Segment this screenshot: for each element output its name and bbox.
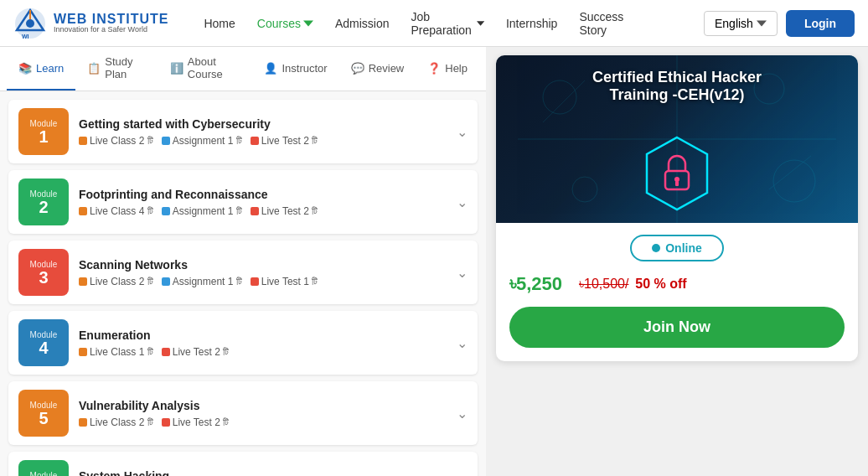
course-title-line2: Training -CEH(v12) <box>496 86 858 104</box>
online-dot <box>652 244 660 252</box>
module-card-4: Module 4 Enumeration Live Class 1 টি <box>8 311 478 375</box>
logo-title: WEB INSTITUTE <box>54 12 168 27</box>
tab-study-plan[interactable]: 📋 Study Plan <box>75 47 158 91</box>
nav-links: Home Courses Admission Job Preparation I… <box>195 5 632 42</box>
svg-marker-13 <box>647 137 707 210</box>
module-meta-3: Live Class 2 টি Assignment 1 টি Live Tes… <box>79 276 447 287</box>
module-title-4: Enumeration <box>79 329 447 342</box>
svg-line-12 <box>769 156 811 189</box>
module-info-5: Vulnerability Analysis Live Class 2 টি L… <box>79 399 447 428</box>
module-title-3: Scanning Networks <box>79 258 447 272</box>
module-title-5: Vulnerability Analysis <box>79 399 447 412</box>
learn-icon: 📚 <box>18 62 32 75</box>
module-card-3: Module 3 Scanning Networks Live Class 2 … <box>8 241 478 304</box>
module-card-6: Module 6 System Hacking Live Class 2 টি <box>8 452 478 476</box>
module-title-1: Getting started with Cybersecurity <box>79 117 447 131</box>
module-meta-1: Live Class 2 টি Assignment 1 টি Live Tes… <box>79 135 447 147</box>
module-title-2: Footprinting and Reconnaissance <box>79 188 447 201</box>
module-header-4[interactable]: Module 4 Enumeration Live Class 1 টি <box>8 311 478 375</box>
main-content: 📚 Learn 📋 Study Plan ℹ️ About Course 👤 I… <box>0 47 868 476</box>
study-plan-icon: 📋 <box>87 62 101 75</box>
price-row: ৳5,250 ৳10,500/ 50 % off <box>496 273 858 307</box>
chevron-down-icon <box>757 18 767 28</box>
nav-internship[interactable]: Internship <box>498 12 566 35</box>
module-info-1: Getting started with Cybersecurity Live … <box>79 117 447 147</box>
chevron-down-icon: ⌄ <box>457 194 468 210</box>
nav-success-story[interactable]: Success Story <box>571 5 632 42</box>
course-card: Certified Ethical Hacker Training -CEH(v… <box>496 55 858 361</box>
svg-rect-16 <box>675 181 679 186</box>
tabs-bar: 📚 Learn 📋 Study Plan ℹ️ About Course 👤 I… <box>0 47 486 91</box>
module-title-6: System Hacking <box>79 469 447 477</box>
nav-job-preparation[interactable]: Job Preparation <box>403 5 493 42</box>
module-meta-5: Live Class 2 টি Live Test 2 টি <box>79 416 447 428</box>
module-badge-5: Module 5 <box>18 390 69 437</box>
module-header-3[interactable]: Module 3 Scanning Networks Live Class 2 … <box>8 241 478 304</box>
module-header-5[interactable]: Module 5 Vulnerability Analysis Live Cla… <box>8 381 478 445</box>
live-test-dot <box>251 137 259 145</box>
tab-learn[interactable]: 📚 Learn <box>7 47 75 91</box>
online-badge: Online <box>630 235 724 261</box>
module-card-2: Module 2 Footprinting and Reconnaissance… <box>8 170 478 234</box>
chevron-down-icon: ⌄ <box>457 265 468 281</box>
logo: WI WEB INSTITUTE Innovation for a Safer … <box>13 7 168 40</box>
instructor-icon: 👤 <box>264 62 277 75</box>
module-info-4: Enumeration Live Class 1 টি Live Test 2 … <box>79 329 447 358</box>
chevron-down-icon: ⌄ <box>457 335 468 351</box>
help-icon: ❓ <box>427 62 441 75</box>
course-title-line1: Certified Ethical Hacker <box>496 69 858 86</box>
module-card-5: Module 5 Vulnerability Analysis Live Cla… <box>8 381 478 445</box>
login-button[interactable]: Login <box>786 10 855 37</box>
navbar: WI WEB INSTITUTE Innovation for a Safer … <box>0 0 868 47</box>
module-meta-4: Live Class 1 টি Live Test 2 টি <box>79 346 447 358</box>
chevron-down-icon: ⌄ <box>457 124 468 140</box>
nav-admission[interactable]: Admission <box>327 12 398 35</box>
module-header-1[interactable]: Module 1 Getting started with Cybersecur… <box>8 100 478 163</box>
logo-text: WEB INSTITUTE Innovation for a Safer Wor… <box>54 12 168 34</box>
right-panel: Certified Ethical Hacker Training -CEH(v… <box>486 47 868 476</box>
module-info-6: System Hacking Live Class 2 টি Live Test… <box>79 469 447 477</box>
module-badge-4: Module 4 <box>18 319 69 366</box>
module-badge-2: Module 2 <box>18 178 69 225</box>
nav-courses[interactable]: Courses <box>249 12 322 35</box>
module-badge-6: Module 6 <box>18 460 69 476</box>
module-card-1: Module 1 Getting started with Cybersecur… <box>8 100 478 163</box>
price-main: ৳5,250 <box>509 273 562 295</box>
svg-point-9 <box>572 177 597 202</box>
svg-point-2 <box>26 19 34 28</box>
lock-hexagon-icon <box>643 136 710 211</box>
language-selector[interactable]: English <box>704 11 778 36</box>
nav-home[interactable]: Home <box>195 12 243 35</box>
review-icon: 💬 <box>351 62 364 75</box>
about-icon: ℹ️ <box>170 62 183 75</box>
logo-icon: WI <box>13 7 47 40</box>
modules-list: Module 1 Getting started with Cybersecur… <box>0 91 486 476</box>
tab-help[interactable]: ❓ Help <box>416 47 479 91</box>
price-discount: 50 % off <box>635 277 686 291</box>
live-class-dot <box>79 137 87 145</box>
tab-instructor[interactable]: 👤 Instructor <box>252 47 338 91</box>
module-info-3: Scanning Networks Live Class 2 টি Assign… <box>79 258 447 287</box>
left-panel: 📚 Learn 📋 Study Plan ℹ️ About Course 👤 I… <box>0 47 486 476</box>
module-badge-1: Module 1 <box>18 108 69 155</box>
tab-about-course[interactable]: ℹ️ About Course <box>158 47 253 91</box>
online-label: Online <box>665 241 702 255</box>
price-original: ৳10,500/ <box>579 277 628 291</box>
module-meta-2: Live Class 4 টি Assignment 1 টি Live Tes… <box>79 205 447 217</box>
assignment-dot <box>162 137 170 145</box>
module-badge-3: Module 3 <box>18 249 69 296</box>
tab-review[interactable]: 💬 Review <box>339 47 416 91</box>
svg-text:WI: WI <box>22 34 29 39</box>
module-header-6[interactable]: Module 6 System Hacking Live Class 2 টি <box>8 452 478 476</box>
course-image: Certified Ethical Hacker Training -CEH(v… <box>496 55 858 223</box>
chevron-down-icon: ⌄ <box>457 406 468 422</box>
join-now-button[interactable]: Join Now <box>509 307 845 348</box>
logo-subtitle: Innovation for a Safer World <box>54 26 168 34</box>
language-label: English <box>715 17 753 30</box>
module-header-2[interactable]: Module 2 Footprinting and Reconnaissance… <box>8 170 478 234</box>
course-title-overlay: Certified Ethical Hacker Training -CEH(v… <box>496 69 858 104</box>
price-details: ৳10,500/ 50 % off <box>576 277 687 292</box>
module-info-2: Footprinting and Reconnaissance Live Cla… <box>79 188 447 217</box>
